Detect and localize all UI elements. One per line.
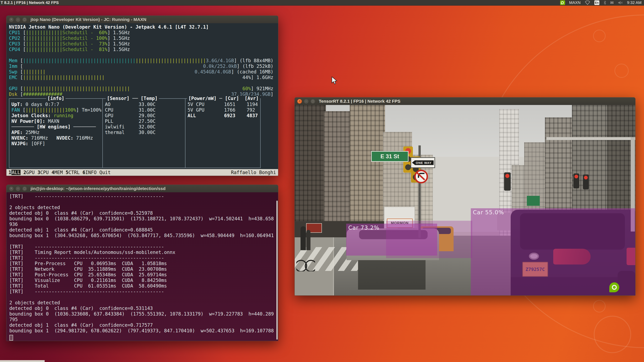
window-title: jin@jin-desktop: ~/jetson-inference/pyth… [30,186,166,191]
info-box-title: [info] [46,96,66,101]
mast-arm-right [546,137,635,140]
close-button[interactable]: ✕ [297,99,302,104]
minimize-button[interactable]: – [16,186,20,191]
traffic-signal-right [504,173,511,191]
terminal-content[interactable]: [TRT] ----------------------------------… [6,192,278,341]
mouse-cursor [332,76,338,85]
power-mode-indicator[interactable]: MAXN [569,0,581,5]
minimize-button[interactable]: – [16,17,20,22]
nvidia-watermark-icon [609,282,619,292]
video-titlebar[interactable]: ✕ – ▢ TensorRT 8.2.1 | FP16 | Network 42… [295,98,635,105]
keyboard-layout-indicator[interactable]: En [594,0,599,5]
mail-icon[interactable]: ✉ [610,0,614,5]
terminal-output: [TRT] ----------------------------------… [9,193,278,334]
power-box: [Power/mW] ─ [Cur] [Avr] 5V CPU 1651 119… [186,98,261,168]
jtop-window: ✕ – ▢ jtop Nano (Developer Kit Version) … [6,15,278,176]
info-box: [info] UpT: 0 days 0:7:7FAN [|||||||||||… [9,98,103,168]
jtop-menu[interactable]: 1ALL 2GPU 3CPU 4MEM 5CTRL 6INFO Quit [8,170,111,175]
window-title: jtop Nano (Developer Kit Version) - JC: … [30,17,146,22]
hanging-signal-2 [583,175,589,189]
bluetooth-icon[interactable] [604,0,606,5]
detection-box-car-1: Car 73.2% [346,224,437,256]
jtop-statusbar: 1ALL 2GPU 3CPU 4MEM 5CTRL 6INFO Quit Raf… [6,169,278,176]
panel-app-title: T 8.2.1 | FP16 | Network 42 FPS [0,0,59,5]
maximize-button[interactable]: ▢ [310,99,315,104]
power-box-title: [Power/mW] ─ [Cur] [Avr] [187,96,260,101]
street-name-text: E 31 St [380,153,399,160]
wallpaper-circle-small-3 [593,300,606,312]
jtop-main-lines: NVIDIA Jetson Nano (Developer Kit Versio… [9,24,278,97]
window-title: TensorRT 8.2.1 | FP16 | Network 42 FPS [319,99,400,104]
signal-green-light [405,164,411,170]
cyclist [296,244,315,271]
signal-red-light [505,174,510,178]
nvidia-tray-icon[interactable] [560,0,565,5]
nvidia-eye [612,285,617,290]
minimize-button[interactable]: – [304,99,308,104]
video-window: ✕ – ▢ TensorRT 8.2.1 | FP16 | Network 42… [294,97,636,296]
clock[interactable]: 9:32 AM [627,0,642,5]
terminal-titlebar[interactable]: ✕ – ▢ jin@jin-desktop: ~/jetson-inferenc… [6,185,278,192]
jtop-titlebar[interactable]: ✕ – ▢ jtop Nano (Developer Kit Version) … [6,16,278,23]
wallpaper-circle-medium [594,316,631,353]
terminal-window: ✕ – ▢ jin@jin-desktop: ~/jetson-inferenc… [6,185,278,341]
detection-label: Car 73.2% [348,224,380,231]
sensor-box-title: [Sensor] ── [Temp] [106,96,159,101]
close-button[interactable]: ✕ [9,186,14,191]
dock-hint-strip [0,360,45,362]
one-way-sign: ONE WAY [410,157,435,168]
close-button[interactable]: ✕ [9,17,14,22]
hanging-signal-1 [574,174,579,188]
jtop-boxes: [info] UpT: 0 days 0:7:7FAN [|||||||||||… [9,98,278,168]
detection-box-car-2: Car 55.0% [471,208,635,295]
signal-red-light [584,176,588,180]
street-name-sign: E 31 St [371,151,408,162]
jtop-author: Raffaello Bonghi [231,170,276,175]
top-panel: T 8.2.1 | FP16 | Network 42 FPS MAXN En … [0,0,644,5]
terminal-scrollbar[interactable] [276,201,278,340]
volume-muted-icon[interactable] [618,0,623,5]
no-left-turn-sign [414,170,428,183]
maximize-button[interactable]: ▢ [22,17,27,22]
jtop-content: NVIDIA Jetson Nano (Developer Kit Versio… [6,23,278,169]
maximize-button[interactable]: ▢ [22,186,27,191]
one-way-arrow: ONE WAY [412,160,434,165]
one-way-text: ONE WAY [416,161,432,165]
wallpaper-circle-small-1 [593,30,606,42]
signal-red-light [574,175,578,179]
wallpaper-circle-small-2 [614,64,629,78]
green-shed [527,196,540,206]
detection-label: Car 55.0% [473,209,504,215]
wifi-icon[interactable] [585,0,590,5]
system-tray: MAXN En ✉ 9:32 AM [560,0,644,5]
sensor-box: [Sensor] ── [Temp] AO 33.00CCPU 31.00CGP… [103,98,186,168]
terminal-cursor [9,335,13,341]
video-frame: MORMON Z79257C [295,105,635,295]
